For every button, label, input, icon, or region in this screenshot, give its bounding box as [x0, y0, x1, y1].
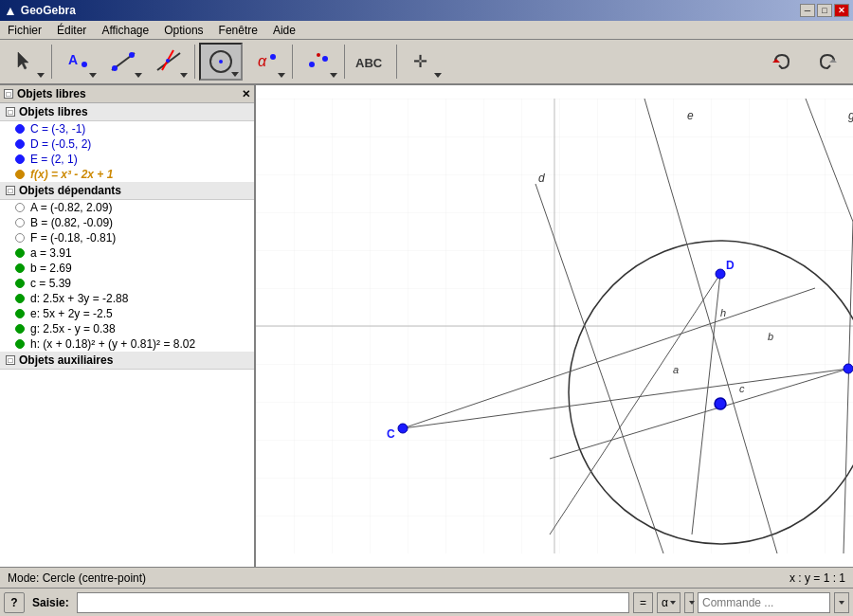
panel-toggle[interactable]: □	[4, 89, 13, 99]
menu-editer[interactable]: Éditer	[49, 22, 94, 39]
panel-header: □ Objets libres ✕	[0, 85, 254, 103]
separator-4	[344, 45, 345, 79]
geometry-canvas[interactable]: e g d a b	[256, 85, 853, 567]
svg-point-1	[82, 62, 87, 67]
obj-g-text: g: 2.5x - y = 0.38	[30, 322, 116, 335]
menu-affichage[interactable]: Affichage	[94, 22, 156, 39]
menu-fichier[interactable]: Fichier	[0, 22, 49, 39]
svg-text:ABC: ABC	[355, 56, 383, 70]
title-bar-left: ▲ GeoGebra	[4, 3, 76, 18]
obj-a-icon	[15, 248, 25, 258]
menu-fenetre[interactable]: Fenêtre	[211, 22, 265, 39]
svg-point-13	[322, 56, 328, 62]
tool-point[interactable]: A	[56, 43, 100, 81]
obj-B[interactable]: B = (0.82, -0.09)	[0, 215, 254, 230]
point-C-dot[interactable]	[398, 424, 408, 433]
svg-point-9	[219, 60, 223, 63]
label-d: d	[538, 172, 545, 185]
tool-redo[interactable]	[806, 43, 849, 81]
obj-C[interactable]: C = (-3, -1)	[0, 121, 254, 136]
minimize-button[interactable]: ─	[800, 4, 815, 17]
separator-5	[396, 45, 397, 79]
obj-a-text: a = 3.91	[30, 246, 72, 260]
obj-A[interactable]: A = (-0.82, 2.09)	[0, 200, 254, 215]
tool-select[interactable]	[4, 43, 47, 81]
commande-arrow-icon	[689, 601, 695, 605]
obj-e-icon	[15, 309, 25, 318]
tool-move-dropdown	[434, 73, 442, 78]
section-dep-header[interactable]: □ Objets dépendants	[0, 182, 254, 200]
section-free-toggle[interactable]: □	[6, 107, 15, 117]
separator-2	[194, 45, 195, 79]
help-button[interactable]: ?	[4, 592, 25, 613]
saisie-input[interactable]	[77, 592, 629, 613]
tool-measure[interactable]	[297, 43, 340, 81]
svg-point-3	[112, 65, 118, 71]
section-aux-label: Objets auxiliaires	[19, 353, 113, 367]
label-e: e	[687, 109, 694, 122]
tool-move[interactable]: ✛	[401, 43, 445, 81]
obj-F[interactable]: F = (-0.18, -0.81)	[0, 230, 254, 245]
svg-point-12	[309, 62, 315, 67]
obj-d-text: d: 2.5x + 3y = -2.88	[30, 292, 128, 305]
obj-A-text: A = (-0.82, 2.09)	[30, 201, 112, 214]
obj-c[interactable]: c = 5.39	[0, 276, 254, 291]
left-panel: □ Objets libres ✕ □ Objets libres C = (-…	[0, 85, 256, 567]
maximize-button[interactable]: □	[817, 4, 832, 17]
app-title: GeoGebra	[21, 4, 76, 17]
tool-undo[interactable]	[760, 43, 804, 81]
obj-a[interactable]: a = 3.91	[0, 245, 254, 261]
obj-F-text: F = (-0.18, -0.81)	[30, 231, 116, 245]
obj-h-circle[interactable]: h: (x + 0.18)² + (y + 0.81)² = 8.02	[0, 336, 254, 352]
obj-c-icon	[15, 279, 25, 288]
obj-A-icon	[15, 203, 25, 212]
menu-options[interactable]: Options	[156, 22, 210, 39]
obj-f[interactable]: f(x) = x³ - 2x + 1	[0, 167, 254, 182]
section-dep-toggle[interactable]: □	[6, 186, 15, 195]
svg-point-11	[270, 54, 276, 60]
title-bar-controls: ─ □ ✕	[800, 4, 849, 17]
app-icon: ▲	[4, 3, 17, 18]
section-aux-toggle[interactable]: □	[6, 355, 15, 365]
obj-e-line[interactable]: e: 5x + 2y = -2.5	[0, 306, 254, 321]
point-D-dot[interactable]	[716, 269, 725, 279]
panel-close-btn[interactable]: ✕	[242, 88, 250, 100]
commande-input[interactable]	[698, 592, 830, 613]
obj-h-icon	[15, 339, 25, 349]
commande-expand-dropdown[interactable]	[834, 592, 849, 613]
status-mode: Mode: Cercle (centre-point)	[8, 571, 146, 585]
title-bar: ▲ GeoGebra ─ □ ✕	[0, 0, 853, 21]
obj-b[interactable]: b = 2.69	[0, 261, 254, 276]
menu-aide[interactable]: Aide	[265, 22, 303, 39]
section-aux-header[interactable]: □ Objets auxiliaires	[0, 352, 254, 370]
input-bar: ? Saisie: = α	[0, 588, 853, 616]
tool-text[interactable]: ABC	[349, 43, 392, 81]
obj-g-line[interactable]: g: 2.5x - y = 0.38	[0, 321, 254, 336]
obj-E[interactable]: E = (2, 1)	[0, 152, 254, 167]
commande-expand-icon	[839, 601, 844, 605]
obj-d-line[interactable]: d: 2.5x + 3y = -2.88	[0, 291, 254, 306]
main-content: □ Objets libres ✕ □ Objets libres C = (-…	[0, 85, 853, 567]
obj-b-text: b = 2.69	[30, 262, 72, 275]
status-coords: x : y = 1 : 1	[789, 571, 845, 585]
equals-button[interactable]: =	[633, 592, 653, 613]
tool-circle[interactable]	[199, 43, 243, 81]
canvas-area[interactable]: e g d a b	[256, 85, 853, 567]
commande-dropdown[interactable]	[684, 592, 694, 613]
menu-bar: Fichier Éditer Affichage Options Fenêtre…	[0, 21, 853, 40]
close-button[interactable]: ✕	[834, 4, 849, 17]
section-dep-label: Objets dépendants	[19, 184, 121, 197]
tool-circle-dropdown	[231, 72, 239, 77]
tool-conic[interactable]: α	[245, 43, 288, 81]
label-c: c	[739, 383, 745, 394]
section-free-header[interactable]: □ Objets libres	[0, 103, 254, 121]
tool-perpendicular[interactable]	[147, 43, 191, 81]
obj-E-text: E = (2, 1)	[30, 153, 78, 166]
label-b: b	[768, 331, 773, 342]
tool-line[interactable]	[101, 43, 145, 81]
obj-D[interactable]: D = (-0.5, 2)	[0, 136, 254, 152]
point-F-dot[interactable]	[715, 398, 726, 409]
svg-marker-17	[772, 59, 780, 63]
alpha-dropdown[interactable]: α	[657, 592, 681, 613]
point-E-dot[interactable]	[844, 364, 853, 373]
